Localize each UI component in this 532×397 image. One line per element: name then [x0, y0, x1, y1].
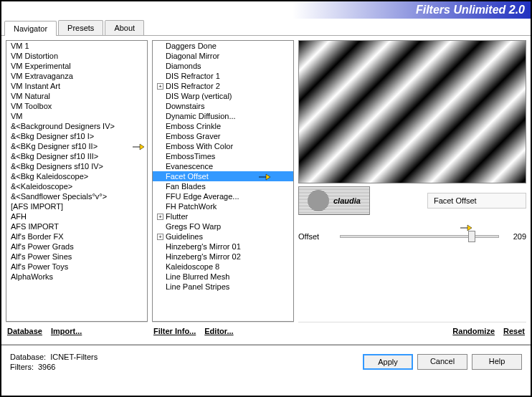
category-item[interactable]: VM Distortion [6, 51, 147, 61]
filter-item-label: DIS Refractor 1 [166, 72, 220, 80]
category-item[interactable]: Alf's Power Toys [6, 262, 147, 272]
help-button[interactable]: Help [472, 354, 522, 370]
filter-list[interactable]: Daggers DoneDiagonal MirrorDiamondsDIS R… [152, 40, 294, 322]
apply-button[interactable]: Apply [363, 354, 413, 370]
filter-item[interactable]: Evanescence [153, 161, 293, 171]
category-item[interactable]: VM Experimental [6, 61, 147, 71]
filter-item-label: Fan Blades [166, 182, 206, 191]
filter-item[interactable]: Line Panel Stripes [153, 282, 293, 292]
filter-item-label: Daggers Done [166, 42, 217, 50]
filter-item-label: Emboss Graver [166, 132, 220, 140]
category-list[interactable]: VM 1VM DistortionVM ExperimentalVM Extra… [6, 40, 148, 322]
filter-item[interactable]: +DIS Refractor 2 [153, 81, 293, 91]
editor-link[interactable]: Editor... [204, 327, 233, 335]
pointer-hand-icon [257, 172, 272, 182]
category-item[interactable]: Alf's Border FX [6, 231, 147, 241]
filter-item[interactable]: DIS Warp (vertical) [153, 91, 293, 101]
filter-item[interactable]: Emboss Crinkle [153, 121, 293, 131]
main-panel: VM 1VM DistortionVM ExperimentalVM Extra… [1, 36, 531, 344]
category-item[interactable]: VM Natural [6, 91, 147, 101]
category-item[interactable]: VM Extravaganza [6, 71, 147, 81]
category-item[interactable]: VM Toolbox [6, 101, 147, 111]
filter-item[interactable]: +Guidelines [153, 231, 293, 241]
filter-item[interactable]: DIS Refractor 1 [153, 71, 293, 81]
filter-item[interactable]: Facet Offset [153, 171, 293, 181]
tab-about[interactable]: About [105, 20, 144, 35]
filter-item[interactable]: Downstairs [153, 101, 293, 111]
filter-item[interactable]: EmbossTimes [153, 151, 293, 161]
filter-item[interactable]: Gregs FO Warp [153, 221, 293, 231]
category-item[interactable]: &<Sandflower Specials°v°> [6, 191, 147, 201]
category-item[interactable]: &<Kaleidoscope> [6, 181, 147, 191]
filter-item[interactable]: Dynamic Diffusion... [153, 111, 293, 121]
import-link[interactable]: Import... [51, 327, 82, 335]
filter-actions: Filter Info... Editor... [152, 322, 294, 340]
filter-item[interactable]: Emboss Graver [153, 131, 293, 141]
filter-item[interactable]: FH PatchWork [153, 201, 293, 211]
filter-item-label: EmbossTimes [166, 152, 215, 161]
category-actions: Database Import... [6, 322, 148, 340]
param-offset-row: Offset 209 [298, 232, 526, 241]
param-offset-slider[interactable] [340, 235, 499, 238]
category-item[interactable]: [AFS IMPORT] [6, 201, 147, 211]
tab-presets[interactable]: Presets [58, 20, 103, 35]
tab-navigator[interactable]: Navigator [4, 21, 57, 36]
category-item[interactable]: AlphaWorks [6, 272, 147, 282]
category-item[interactable]: VM Instant Art [6, 81, 147, 91]
filter-item[interactable]: Diagonal Mirror [153, 51, 293, 61]
preview-actions: Randomize Reset [298, 322, 526, 340]
filter-item[interactable]: Fan Blades [153, 181, 293, 191]
pointer-hand-icon [459, 223, 473, 233]
reset-link[interactable]: Reset [503, 327, 525, 335]
filter-item-label: Line Blurred Mesh [166, 272, 229, 281]
filter-item-label: DIS Refractor 2 [166, 82, 220, 90]
filter-item-label: Line Panel Stripes [166, 282, 229, 291]
header: Filters Unlimited 2.0 [1, 1, 531, 19]
filter-item[interactable]: Hinzeberg's Mirror 02 [153, 252, 293, 262]
status-filters-label: Filters: [10, 363, 34, 371]
category-item[interactable]: VM [6, 111, 147, 121]
filter-item[interactable]: Kaleidoscope 8 [153, 262, 293, 272]
category-item[interactable]: AFH [6, 211, 147, 221]
category-item[interactable]: &<Bkg Designers sf10 IV> [6, 161, 147, 171]
category-item[interactable]: AFS IMPORT [6, 221, 147, 231]
filter-item-label: Downstairs [166, 102, 204, 110]
category-item[interactable]: Alf's Power Sines [6, 252, 147, 262]
filter-item[interactable]: Daggers Done [153, 41, 293, 51]
category-item[interactable]: &<Bkg Designer sf10 I> [6, 131, 147, 141]
expand-icon[interactable]: + [157, 83, 163, 90]
randomize-link[interactable]: Randomize [452, 327, 495, 335]
filter-item[interactable]: Hinzeberg's Mirror 01 [153, 241, 293, 252]
filter-item-label: Hinzeberg's Mirror 01 [166, 242, 241, 251]
filter-column: Daggers DoneDiagonal MirrorDiamondsDIS R… [152, 40, 294, 340]
filter-item[interactable]: Line Blurred Mesh [153, 272, 293, 282]
cancel-button[interactable]: Cancel [417, 354, 467, 370]
database-link[interactable]: Database [7, 327, 42, 335]
status-db-value: ICNET-Filters [50, 353, 98, 361]
expand-icon[interactable]: + [157, 214, 163, 220]
category-item[interactable]: &<Bkg Designer sf10 III> [6, 151, 147, 161]
filter-title-row: claudia Facet Offset [298, 183, 526, 215]
category-item[interactable]: &<Bkg Kaleidoscope> [6, 171, 147, 181]
expand-icon[interactable]: + [157, 234, 163, 240]
filter-item-label: Guidelines [166, 232, 203, 241]
preview-gradient [299, 41, 526, 183]
category-item[interactable]: &<BKg Designer sf10 II> [6, 141, 147, 151]
status-filters-value: 3966 [38, 363, 55, 371]
filter-item[interactable]: Diamonds [153, 61, 293, 71]
preview-image [298, 40, 526, 183]
filter-item-label: Flutter [166, 212, 188, 221]
category-item[interactable]: &<Background Designers IV> [6, 121, 147, 131]
category-item[interactable]: VM 1 [6, 41, 147, 51]
filter-item-label: FFU Edge Average... [166, 192, 239, 201]
filter-info-link[interactable]: Filter Info... [153, 327, 196, 335]
watermark: claudia [298, 186, 370, 215]
filter-item-label: Dynamic Diffusion... [166, 112, 236, 120]
status-db-label: Database: [10, 353, 46, 361]
filter-item[interactable]: +Flutter [153, 211, 293, 221]
filter-item-label: Gregs FO Warp [166, 222, 221, 231]
category-item[interactable]: Alf's Power Grads [6, 241, 147, 252]
filter-item[interactable]: FFU Edge Average... [153, 191, 293, 201]
preview-column: claudia Facet Offset Offset 209 Randomiz… [298, 40, 526, 340]
filter-item[interactable]: Emboss With Color [153, 141, 293, 151]
